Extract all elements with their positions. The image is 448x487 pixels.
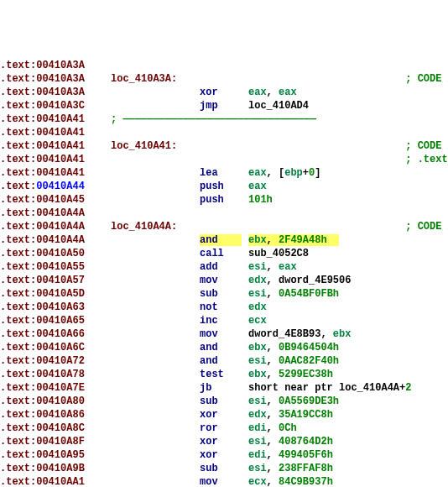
addr: 00410A86 (36, 409, 85, 421)
asm-line[interactable]: .text:00410AA1 movecx, 84C9B937h (0, 475, 448, 487)
asm-line[interactable]: .text:00410A3C jmploc_410AD4 (0, 99, 448, 113)
mnemonic-col: push (200, 180, 248, 193)
operand: dword_4E9506 (279, 275, 351, 286)
mnemonic-col (200, 139, 248, 153)
label-col (111, 354, 200, 368)
asm-line[interactable]: .text:00410A80 subesi, 0A5569DE3h (0, 395, 448, 408)
label-col (111, 408, 200, 422)
asm-line[interactable]: .text:00410A65 incecx (0, 314, 448, 327)
label-col (111, 314, 200, 327)
seg-addr: .text:00410A41 (0, 166, 111, 180)
asm-line[interactable]: .text:00410A66 movdword_4E8B93, ebx (0, 327, 448, 341)
operand: ebx (333, 328, 352, 340)
asm-line[interactable]: .text:00410A5D subesi, 0A54BF0FBh (0, 287, 448, 301)
label-col (111, 59, 200, 72)
asm-line[interactable]: .text:00410A86 xoredx, 35A19CC8h (0, 408, 448, 422)
operand: 408764D2h (279, 436, 333, 448)
label-col (111, 180, 200, 193)
operand: ] (315, 167, 320, 179)
asm-line[interactable]: .text:00410A9B subesi, 238FFAF8h (0, 462, 448, 475)
mnemonic: sub (200, 395, 218, 407)
asm-line[interactable]: .text:00410A8F xoresi, 408764D2h (0, 435, 448, 448)
operands-col: dword_4E8B93, ebx (248, 327, 448, 341)
addr: 00410AA1 (36, 476, 85, 487)
seg-prefix: .text: (0, 73, 36, 85)
operands-col: eax (248, 180, 448, 193)
mnemonic-col: xor (200, 408, 248, 422)
label-col (111, 448, 200, 462)
operands-col: esi, eax (248, 260, 448, 274)
mnemonic-col: lea (200, 166, 248, 180)
operand: , (267, 342, 279, 353)
mnemonic-col: ror (200, 422, 248, 435)
asm-line[interactable]: .text:00410A3A xoreax, eax (0, 86, 448, 99)
operands-col: 101h (248, 193, 448, 207)
asm-line[interactable]: .text:00410A45 push101h (0, 193, 448, 207)
addr: 00410A4A (36, 234, 85, 246)
label-col (111, 260, 200, 274)
asm-line[interactable]: .text:00410A7E jbshort near ptr loc_410A… (0, 381, 448, 395)
operand: 2 (405, 382, 411, 394)
operand: esi (248, 261, 267, 273)
operand: 0A5569DE3h (279, 395, 339, 407)
asm-line[interactable]: .text:00410A41 leaeax, [ebp+0] (0, 166, 448, 180)
asm-line[interactable]: .text:00410A6C andebx, 0B9464504h (0, 341, 448, 354)
seg-prefix: .text: (0, 449, 36, 461)
mnemonic: sub (200, 463, 218, 474)
asm-line[interactable]: .text:00410A41 ; .text:0041 (0, 153, 448, 166)
operand: 2F49A48h (279, 234, 327, 246)
asm-line[interactable]: .text:00410A3A (0, 59, 448, 72)
operand: ecx (248, 476, 267, 487)
asm-line[interactable]: .text:00410A44 pusheax (0, 180, 448, 193)
asm-line[interactable]: .text:00410A95 xoredi, 499405F6h (0, 448, 448, 462)
seg-addr: .text:00410A95 (0, 448, 111, 462)
operand: ebx (248, 234, 267, 246)
mnemonic-col: sub (200, 287, 248, 301)
addr: 00410A57 (36, 275, 85, 286)
operand: 84C9B937h (279, 476, 333, 487)
seg-prefix: .text: (0, 275, 36, 286)
mnemonic: sub (200, 288, 218, 300)
label-col (111, 274, 200, 287)
asm-line[interactable]: .text:00410A41 ; ———————————————————————… (0, 113, 448, 126)
asm-line[interactable]: .text:00410A63 notedx (0, 301, 448, 314)
asm-line[interactable]: .text:00410A72 andesi, 0AAC82F40h (0, 354, 448, 368)
asm-line[interactable]: .text:00410A55 addesi, eax (0, 260, 448, 274)
mnemonic: and (200, 342, 218, 353)
operand: , (267, 275, 279, 286)
asm-line[interactable]: .text:00410A78 testebx, 5299EC38h (0, 368, 448, 381)
asm-line[interactable]: .text:00410A50 callsub_4052C8 (0, 247, 448, 260)
mnemonic-col: push (200, 193, 248, 207)
addr: 00410A3A (36, 73, 85, 85)
asm-line[interactable]: .text:00410A4A (0, 207, 448, 220)
asm-line[interactable]: .text:00410A4A and ebx, 2F49A48h (0, 233, 448, 247)
mnemonic-col (200, 59, 248, 72)
loc-label: loc_410A41: (111, 140, 177, 152)
asm-line[interactable]: .text:00410A41 loc_410A41: ; CODE XREF: (0, 139, 448, 153)
asm-line[interactable]: .text:00410A8C roredi, 0Ch (0, 422, 448, 435)
operand: , (267, 476, 279, 487)
seg-addr: .text:00410A4A (0, 220, 111, 233)
asm-line[interactable]: .text:00410A3A loc_410A3A: ; CODE XREF: (0, 72, 448, 86)
mnemonic-col (200, 220, 248, 233)
asm-line[interactable]: .text:00410A4A loc_410A4A: ; CODE XREF: (0, 220, 448, 233)
operand: 0A54BF0FBh (279, 288, 339, 300)
label-col: loc_410A4A: (111, 220, 200, 233)
operands-col: ; CODE XREF: (248, 139, 448, 153)
mnemonic-col: xor (200, 86, 248, 99)
addr: 00410A7E (36, 382, 85, 394)
asm-line[interactable]: .text:00410A57 movedx, dword_4E9506 (0, 274, 448, 287)
operand: , (267, 261, 279, 273)
mnemonic: xor (200, 449, 218, 461)
operands-col: loc_410AD4 (248, 99, 448, 113)
seg-prefix: .text: (0, 301, 36, 313)
mnemonic: xor (200, 409, 218, 421)
operand: 35A19CC8h (279, 409, 333, 421)
label-col (111, 435, 200, 448)
asm-line[interactable]: .text:00410A41 (0, 126, 448, 139)
seg-prefix: .text: (0, 127, 36, 139)
ruler: ; ———————————————————————————————— (111, 113, 316, 126)
mnemonic: lea (200, 167, 218, 179)
seg-addr: .text:00410A45 (0, 193, 111, 207)
operands-col: ; CODE XREF: (248, 220, 448, 233)
